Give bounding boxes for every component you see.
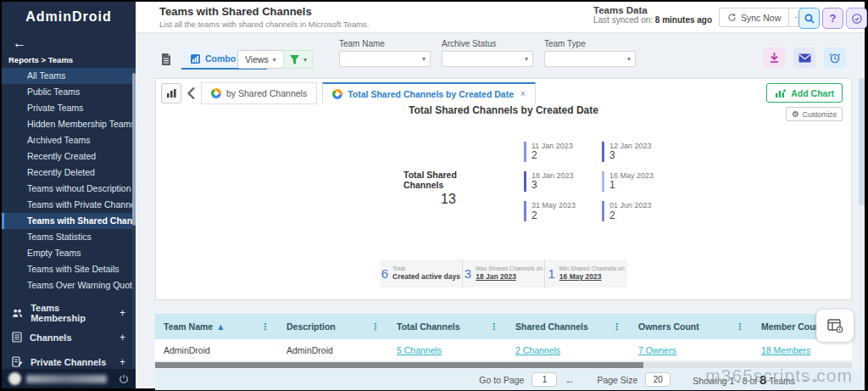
sidebar-item-teams-with-shared-channels[interactable]: Teams with Shared Channels: [2, 213, 136, 229]
sidebar-item-teams-over-warning-quota[interactable]: Teams Over Warning Quota: [2, 277, 136, 293]
table-row[interactable]: AdminDroidAdminDroid5 Channels2 Channels…: [155, 339, 852, 361]
legend-date: 18 Jan 2023: [531, 171, 597, 180]
email-button[interactable]: [793, 47, 815, 68]
column-menu-icon[interactable]: ⋮: [489, 321, 498, 332]
power-icon[interactable]: [119, 374, 129, 384]
sidebar-item-recently-deleted[interactable]: Recently Deleted: [2, 165, 136, 181]
filter-row: Team Name▾Archive Status▾Team Type▾: [339, 39, 636, 67]
column-header-shared-channels[interactable]: Shared Channels⋮: [507, 314, 630, 339]
sidebar-item-public-teams[interactable]: Public Teams: [2, 84, 136, 100]
chart-title: Total Shared Channels by Created Date: [156, 104, 851, 116]
sidebar-item-archived-teams[interactable]: Archived Teams: [2, 132, 136, 148]
donut-chart[interactable]: Total Shared Channels 13: [383, 123, 514, 254]
chevron-down-icon: ▾: [303, 56, 307, 64]
chart-list-button[interactable]: [161, 83, 181, 103]
main-area: Teams with Shared Channels List all the …: [136, 2, 865, 388]
schedule-button[interactable]: [824, 47, 846, 68]
sidebar-item-private-teams[interactable]: Private Teams: [2, 100, 136, 116]
expand-plus-icon[interactable]: +: [120, 307, 125, 319]
filter-select[interactable]: ▾: [442, 51, 533, 67]
legend-value: 2: [531, 150, 597, 162]
export-button[interactable]: [763, 47, 785, 68]
column-chooser-button[interactable]: [816, 310, 854, 342]
page-size-input[interactable]: 20: [645, 372, 670, 387]
sidebar-item-all-teams[interactable]: All Teams: [2, 68, 136, 84]
chevron-left-icon[interactable]: [186, 87, 196, 100]
section-label: Private Channels: [31, 357, 106, 367]
legend-value: 1: [609, 180, 675, 192]
views-dropdown[interactable]: Views ▾: [237, 50, 284, 69]
last-synced-text: Last synced on: 8 minutes ago: [593, 15, 712, 25]
add-chart-button[interactable]: Add Chart: [766, 83, 843, 103]
sidebar-item-teams-statistics[interactable]: Teams Statistics: [2, 229, 136, 245]
sidebar-item-teams-with-private-channels[interactable]: Teams with Private Channels: [2, 197, 136, 213]
cell-link[interactable]: 7 Owners: [638, 345, 676, 355]
vertical-scrollbar[interactable]: [859, 78, 865, 363]
breadcrumb: Reports > Teams: [2, 53, 136, 68]
cell-link[interactable]: 2 Channels: [515, 345, 560, 355]
column-menu-icon[interactable]: ⋮: [735, 321, 744, 332]
close-icon[interactable]: ×: [520, 89, 526, 98]
column-menu-icon[interactable]: ⋮: [260, 321, 270, 332]
grid-view-button[interactable]: [157, 50, 175, 69]
filter-team-name: Team Name▾: [339, 39, 431, 67]
section-label: Teams Membership: [31, 303, 112, 323]
history-button[interactable]: [846, 8, 867, 29]
sidebar-item-recently-created[interactable]: Recently Created: [2, 148, 136, 165]
sidebar-section-teams-membership[interactable]: Teams Membership +: [2, 300, 136, 325]
cell-link[interactable]: 18 Members: [761, 345, 810, 355]
legend-entry: 11 Jan 20232: [524, 142, 597, 162]
filter-button[interactable]: ▾: [283, 50, 313, 69]
legend-date: 01 Jun 2023: [609, 201, 675, 209]
table-body: AdminDroidAdminDroid5 Channels2 Channels…: [155, 339, 852, 361]
column-menu-icon[interactable]: ⋮: [612, 321, 621, 332]
summary-stat: 1Min Shared Channels on16 May 2023: [544, 260, 627, 288]
legend-value: 3: [531, 180, 597, 192]
download-icon: [769, 52, 780, 64]
column-menu-icon[interactable]: ⋮: [370, 321, 380, 332]
sidebar-item-teams-without-description[interactable]: Teams without Description: [2, 181, 136, 197]
help-button[interactable]: ?: [822, 8, 843, 29]
filter-label: Team Name: [339, 39, 431, 51]
chart-tab-by-shared-channels[interactable]: by Shared Channels: [201, 82, 317, 104]
column-header-owners-count[interactable]: Owners Count⋮: [630, 314, 753, 339]
sidebar-item-empty-teams[interactable]: Empty Teams: [2, 245, 136, 261]
chart-tab-total-by-created-date[interactable]: Total Shared Channels by Created Date ×: [322, 82, 536, 104]
search-button[interactable]: [798, 8, 820, 29]
summary-caption: Max Shared Channels on: [476, 265, 542, 272]
column-header-total-channels[interactable]: Total Channels⋮: [388, 314, 507, 339]
filter-label: Team Type: [544, 39, 636, 51]
summary-value: 6: [381, 266, 388, 281]
column-header-team-name[interactable]: Team Name▲⋮: [155, 314, 278, 339]
goto-page-input[interactable]: 1: [531, 372, 557, 387]
sidebar-item-hidden-membership-teams[interactable]: Hidden Membership Teams: [2, 116, 136, 132]
views-label: Views: [245, 54, 269, 64]
column-header-description[interactable]: Description⋮: [278, 314, 388, 339]
report-table: Team Name▲⋮Description⋮Total Channels⋮Sh…: [155, 314, 852, 361]
expand-plus-icon[interactable]: +: [120, 356, 125, 368]
goto-page-label: Go to Page: [479, 375, 524, 385]
sidebar-section-channels[interactable]: Channels +: [2, 325, 136, 349]
filter-select[interactable]: ▾: [544, 51, 636, 67]
goto-arrow-icon[interactable]: ←: [565, 374, 575, 386]
filter-select[interactable]: ▾: [339, 51, 431, 67]
horizontal-scrollbar[interactable]: [155, 362, 852, 368]
summary-detail[interactable]: 18 Jan 2023: [476, 272, 542, 282]
data-source-name: Teams Data: [593, 5, 712, 15]
donut-center-value: 13: [441, 192, 456, 207]
filter-team-type: Team Type▾: [544, 39, 636, 67]
back-arrow-icon[interactable]: ←: [2, 31, 26, 53]
add-chart-icon: [775, 87, 787, 98]
pie-chart-icon: [211, 88, 221, 98]
table-gear-icon: [827, 319, 843, 333]
legend-entry: 16 May 20231: [602, 171, 675, 192]
sidebar-menu: All TeamsPublic TeamsPrivate TeamsHidden…: [2, 68, 136, 293]
cell-link[interactable]: 5 Channels: [397, 345, 442, 355]
summary-caption: Total: [392, 265, 460, 272]
summary-detail[interactable]: 16 May 2023: [559, 272, 625, 282]
page-nav-arrows[interactable]: ◂ ▸: [803, 376, 821, 384]
summary-value: 1: [548, 266, 554, 281]
expand-plus-icon[interactable]: +: [120, 332, 125, 344]
sync-now-button[interactable]: Sync Now: [719, 8, 789, 27]
sidebar-item-teams-with-site-details[interactable]: Teams with Site Details: [2, 261, 136, 277]
